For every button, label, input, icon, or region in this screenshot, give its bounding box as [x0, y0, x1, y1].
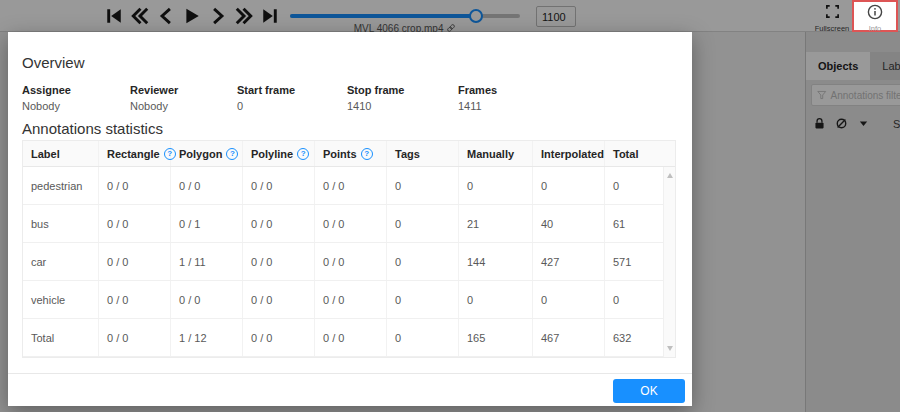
overview-field-stop-frame: Stop frame 1410 — [347, 84, 458, 112]
overview-field-frames: Frames 1411 — [458, 84, 558, 112]
help-icon[interactable]: ? — [226, 148, 238, 160]
info-icon — [867, 4, 883, 20]
statistics-title: Annotations statistics — [22, 120, 163, 137]
col-polyline: Polyline? — [243, 141, 315, 166]
col-interpolated: Interpolated — [533, 141, 605, 166]
overview-field-reviewer: Reviewer Nobody — [130, 84, 237, 112]
info-button[interactable]: Info — [852, 0, 898, 32]
help-icon[interactable]: ? — [361, 148, 373, 160]
help-icon[interactable]: ? — [297, 148, 309, 160]
overview-title: Overview — [22, 54, 85, 71]
table-header-row: Label Rectangle? Polygon? Polyline? Poin… — [23, 141, 675, 167]
annotation-app-screen: MVL 4066 crop.mp4 Fullscreen Objects Lab… — [0, 0, 900, 412]
modal-footer: OK — [8, 373, 692, 374]
overview-field-start-frame: Start frame 0 — [237, 84, 347, 112]
col-manually: Manually — [459, 141, 533, 166]
table-row-total: Total 0 / 0 1 / 12 0 / 0 0 / 0 0 165 467… — [23, 319, 675, 357]
scroll-down-arrow-icon[interactable] — [667, 346, 673, 351]
job-info-modal: Overview Assignee Nobody Reviewer Nobody… — [8, 32, 692, 406]
table-row-vehicle: vehicle 0 / 0 0 / 0 0 / 0 0 / 0 0 0 0 0 — [23, 281, 675, 319]
col-polygon: Polygon? — [171, 141, 243, 166]
table-row-pedestrian: pedestrian 0 / 0 0 / 0 0 / 0 0 / 0 0 0 0… — [23, 167, 675, 205]
ok-button[interactable]: OK — [613, 379, 685, 403]
info-button-label: Info — [854, 24, 896, 33]
table-row-bus: bus 0 / 0 0 / 1 0 / 0 0 / 0 0 21 40 61 — [23, 205, 675, 243]
col-rectangle: Rectangle? — [99, 141, 171, 166]
col-total: Total — [605, 141, 653, 166]
overview-field-assignee: Assignee Nobody — [22, 84, 130, 112]
col-tags: Tags — [387, 141, 459, 166]
col-points: Points? — [315, 141, 387, 166]
col-label: Label — [23, 141, 99, 166]
table-row-car: car 0 / 0 1 / 11 0 / 0 0 / 0 0 144 427 5… — [23, 243, 675, 281]
scroll-up-arrow-icon[interactable] — [667, 173, 673, 178]
table-scrollbar[interactable] — [663, 167, 675, 357]
annotations-statistics-table: Label Rectangle? Polygon? Polyline? Poin… — [22, 140, 676, 358]
overview-fields: Assignee Nobody Reviewer Nobody Start fr… — [22, 84, 558, 112]
